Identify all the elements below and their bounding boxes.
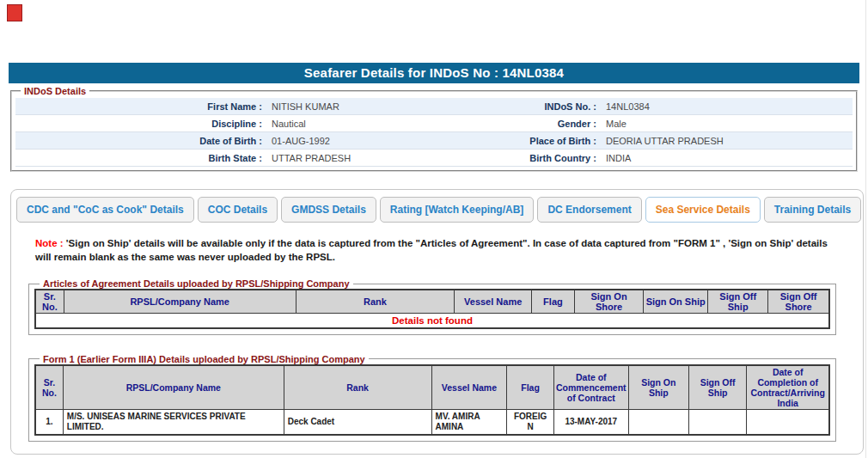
table-cell: M/S. UNISEAS MARINE SERVICES PRIVATE LIM… [63,409,284,435]
detail-pair: Gender : Male [434,119,853,129]
tab-coc-details[interactable]: COC Details [198,197,278,223]
field-label: INDoS No. : [434,101,599,112]
table-row: 1.M/S. UNISEAS MARINE SERVICES PRIVATE L… [35,409,829,435]
column-header: Rank [284,365,431,410]
form1-table: Sr. No.RPSL/Company NameRankVessel NameF… [34,364,830,437]
column-header: RPSL/Company Name [63,365,284,410]
window-right-edge [865,0,866,458]
form1-section: Form 1 (Earlier Form IIIA) Details uploa… [28,354,836,443]
detail-pair: Discipline : Nautical [15,119,434,129]
articles-legend: Articles of Agreement Details uploaded b… [40,278,353,289]
column-header: Flag [507,365,554,410]
table-cell [688,409,746,435]
column-header: Vessel Name [431,365,507,410]
empty-row: Details not found [35,314,829,328]
column-header: Sign Off Shore [768,290,829,314]
field-value: Nautical [265,119,306,129]
column-header: Sign On Ship [644,290,708,314]
detail-pair: Date of Birth : 01-AUG-1992 [15,136,434,146]
column-header: Sr. No. [35,290,64,314]
note-body: 'Sign on Ship' details will be available… [35,238,828,262]
column-header: Sign Off Ship [708,290,768,314]
tab-dc-endorsement[interactable]: DC Endorsement [537,197,641,223]
table-cell: 13-MAY-2017 [553,409,628,435]
page-title: Seafarer Details for INDoS No : 14NL0384 [9,63,859,83]
field-value: UTTAR PRADESH [265,153,351,163]
tab-training-details[interactable]: Training Details [764,197,861,223]
field-value: NITISH KUMAR [265,101,339,112]
broken-image-icon [7,4,22,21]
column-header: Flag [531,290,574,314]
column-header: Sign On Shore [574,290,643,314]
column-header: Date of Commencement of Contract [553,365,628,410]
field-value: INDIA [599,153,631,163]
note-prefix: Note : [35,238,66,248]
table-cell: Deck Cadet [284,409,431,435]
indos-details-rows: First Name : NITISH KUMARINDoS No. : 14N… [15,98,853,167]
indos-detail-row: Discipline : NauticalGender : Male [15,115,853,132]
indos-detail-row: First Name : NITISH KUMARINDoS No. : 14N… [15,98,853,115]
field-value: 01-AUG-1992 [265,136,330,146]
form1-legend: Form 1 (Earlier Form IIIA) Details uploa… [40,354,369,364]
articles-of-agreement-section: Articles of Agreement Details uploaded b… [28,278,836,335]
column-header: Date of Completion of Contract/Arriving … [747,365,829,410]
column-header: RPSL/Company Name [64,290,296,314]
note-text: Note : 'Sign on Ship' details will be av… [35,236,844,264]
field-value: 14NL0384 [599,101,650,112]
tab-sea-service-details[interactable]: Sea Service Details [645,197,761,223]
table-cell: 1. [35,409,63,435]
empty-message: Details not found [35,314,829,328]
detail-pair: INDoS No. : 14NL0384 [434,101,853,112]
detail-pair: Place of Birth : DEORIA UTTAR PRADESH [434,136,853,146]
detail-pair: Birth Country : INDIA [434,153,853,163]
field-label: Place of Birth : [434,136,599,146]
column-header: Sign Off Ship [688,365,746,410]
indos-detail-row: Date of Birth : 01-AUG-1992Place of Birt… [15,132,853,150]
tab-cdc-and-coc-as-cook-details[interactable]: CDC and "CoC as Cook" Details [16,197,194,223]
table-cell [747,409,829,435]
detail-pair: Birth State : UTTAR PRADESH [15,153,434,163]
table-cell: FOREIGN [507,409,554,435]
indos-details-section: INDoS Details First Name : NITISH KUMARI… [10,86,858,172]
field-value: DEORIA UTTAR PRADESH [599,136,724,146]
column-header: Sign On Ship [628,365,688,410]
articles-of-agreement-table: Sr. No.RPSL/Company NameRankVessel NameF… [34,289,830,329]
column-header: Vessel Name [455,290,532,314]
field-label: First Name : [15,101,265,112]
tab-rating-watch-keeping-ab[interactable]: Rating [Watch Keeping/AB] [380,197,535,223]
field-label: Discipline : [15,119,265,129]
table-cell: MV. AMIRA AMINA [431,409,507,435]
column-header: Rank [296,290,455,314]
field-label: Gender : [434,119,599,129]
field-label: Birth State : [15,153,265,163]
indos-detail-row: Birth State : UTTAR PRADESHBirth Country… [15,150,853,167]
indos-details-legend: INDoS Details [21,86,89,96]
detail-pair: First Name : NITISH KUMAR [15,101,434,112]
table-cell [628,409,688,435]
tab-panel: CDC and "CoC as Cook" DetailsCOC Details… [10,189,864,455]
field-value: Male [599,119,627,129]
field-label: Birth Country : [434,153,599,163]
field-label: Date of Birth : [15,136,265,146]
column-header: Sr. No. [35,365,63,410]
tab-gmdss-details[interactable]: GMDSS Details [281,197,376,223]
tab-strip: CDC and "CoC as Cook" DetailsCOC Details… [11,190,863,223]
